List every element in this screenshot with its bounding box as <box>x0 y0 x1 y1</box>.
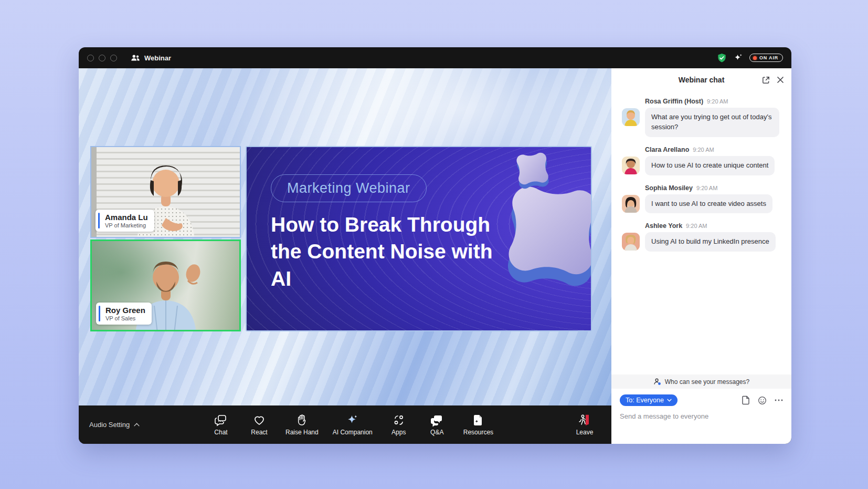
message-bubble: What are you trying to get out of today'… <box>645 108 779 137</box>
ai-sparkle-icon <box>346 413 359 427</box>
chat-message: Ashlee York9:20 AM Using AI to build my … <box>611 222 791 252</box>
toolbar-leave-button[interactable]: Leave <box>573 413 597 436</box>
toolbar-label: Q&A <box>430 429 443 436</box>
resources-document-icon <box>471 413 485 427</box>
toolbar-chat-button[interactable]: Chat <box>209 413 233 436</box>
message-time: 9:20 AM <box>696 185 717 191</box>
toolbar-label: Leave <box>576 429 594 436</box>
toolbar-label: Apps <box>391 429 406 436</box>
toolbar-label: Raise Hand <box>285 429 319 436</box>
more-ellipsis-icon[interactable] <box>775 399 783 401</box>
speaker-name: Amanda Lu <box>102 213 148 222</box>
message-time: 9:20 AM <box>686 223 707 229</box>
on-air-dot <box>753 56 757 60</box>
toolbar-resources-button[interactable]: Resources <box>463 413 493 436</box>
popout-icon[interactable] <box>761 76 770 85</box>
webinar-window: Webinar ON AIR <box>79 47 791 444</box>
toolbar-label: AI Companion <box>333 429 373 436</box>
emoji-icon[interactable] <box>758 396 767 405</box>
chat-message: Sophia Mosiley9:20 AM I want to use AI t… <box>611 184 791 214</box>
message-time: 9:20 AM <box>707 98 728 105</box>
stage: Amanda Lu VP of Marketing <box>79 68 611 444</box>
file-icon[interactable] <box>742 396 750 405</box>
people-icon <box>131 54 140 61</box>
titlebar-right: ON AIR <box>717 53 783 63</box>
app-title: Webinar <box>131 54 171 62</box>
toolbar-center-group: Chat React Raise Hand <box>209 413 493 436</box>
toolbar-qa-button[interactable]: Q&A <box>425 413 449 436</box>
qa-bubbles-icon <box>430 413 444 427</box>
close-icon[interactable] <box>777 76 784 84</box>
window-controls <box>87 55 117 61</box>
to-everyone-label: To: Everyone <box>626 397 664 404</box>
toolbar-ai-companion-button[interactable]: AI Companion <box>333 413 373 436</box>
toolbar-raise-hand-button[interactable]: Raise Hand <box>285 413 319 436</box>
chat-header: Webinar chat <box>611 68 791 91</box>
leave-door-icon <box>578 413 591 427</box>
shield-check-icon[interactable] <box>717 53 727 63</box>
window-content: Amanda Lu VP of Marketing <box>79 68 791 444</box>
to-everyone-dropdown[interactable]: To: Everyone <box>620 394 678 406</box>
video-tile-roy[interactable]: Roy Green VP of Sales <box>90 240 241 331</box>
compose-area: To: Everyone <box>611 389 791 444</box>
privacy-note-text: Who can see your messages? <box>665 378 749 386</box>
chat-message: Rosa Griffin (Host)9:20 AM What are you … <box>611 98 791 137</box>
speaker-name-tag: Roy Green VP of Sales <box>96 303 152 325</box>
chat-message: Clara Arellano9:20 AM How to use AI to c… <box>611 146 791 175</box>
video-area: Amanda Lu VP of Marketing <box>79 68 611 405</box>
apps-icon <box>392 413 406 427</box>
speaker-name-tag: Amanda Lu VP of Marketing <box>96 210 154 232</box>
message-bubble: How to use AI to create unique content <box>645 156 775 175</box>
avatar <box>622 108 640 126</box>
toolbar-label: Chat <box>214 429 227 436</box>
on-air-badge: ON AIR <box>749 54 783 62</box>
chat-panel: Webinar chat <box>611 68 791 444</box>
message-author: Rosa Griffin (Host) <box>645 98 703 105</box>
video-tile-amanda[interactable]: Amanda Lu VP of Marketing <box>90 146 241 238</box>
heart-icon <box>252 413 266 427</box>
chat-bubble-icon <box>214 413 228 427</box>
message-bubble: Using AI to build my LinkedIn presence <box>645 232 776 252</box>
slide-badge: Marketing Webinar <box>271 174 427 202</box>
slide-title: How to Break Through the Content Noise w… <box>271 211 517 292</box>
window-zoom-button[interactable] <box>110 55 117 61</box>
avatar <box>622 195 640 213</box>
raised-hand-icon <box>295 413 309 427</box>
message-time: 9:20 AM <box>693 147 714 153</box>
toolbar-label: Resources <box>463 429 493 436</box>
speaker-title: VP of Marketing <box>102 222 148 228</box>
privacy-note-bar[interactable]: Who can see your messages? <box>611 374 791 389</box>
chevron-down-icon <box>667 399 672 402</box>
on-air-label: ON AIR <box>759 55 778 60</box>
message-author: Clara Arellano <box>645 146 689 153</box>
avatar <box>622 233 640 251</box>
speaker-name: Roy Green <box>102 306 145 315</box>
message-author: Sophia Mosiley <box>645 184 693 192</box>
window-minimize-button[interactable] <box>99 55 105 61</box>
meeting-toolbar: Audio Setting Chat <box>79 405 611 444</box>
message-author: Ashlee York <box>645 222 682 230</box>
chat-message-input[interactable] <box>620 412 783 420</box>
message-bubble: I want to use AI to create video assets <box>645 194 772 214</box>
chat-message-list[interactable]: Rosa Griffin (Host)9:20 AM What are you … <box>611 91 791 374</box>
toolbar-label: React <box>251 429 267 436</box>
audio-setting-label: Audio Setting <box>89 421 130 429</box>
chat-title: Webinar chat <box>679 76 725 84</box>
toolbar-react-button[interactable]: React <box>247 413 271 436</box>
person-visibility-icon <box>653 378 661 386</box>
toolbar-apps-button[interactable]: Apps <box>387 413 411 436</box>
speaker-title: VP of Sales <box>102 315 145 321</box>
window-close-button[interactable] <box>87 55 94 61</box>
presentation-slide: Marketing Webinar How to Break Through t… <box>246 146 592 331</box>
avatar <box>622 157 640 174</box>
sparkle-icon[interactable] <box>733 53 743 63</box>
slide-3d-star-shape-small <box>511 149 554 192</box>
titlebar: Webinar ON AIR <box>79 47 791 68</box>
audio-setting-button[interactable]: Audio Setting <box>89 421 140 429</box>
chevron-up-icon <box>134 423 140 426</box>
app-title-label: Webinar <box>144 54 171 62</box>
